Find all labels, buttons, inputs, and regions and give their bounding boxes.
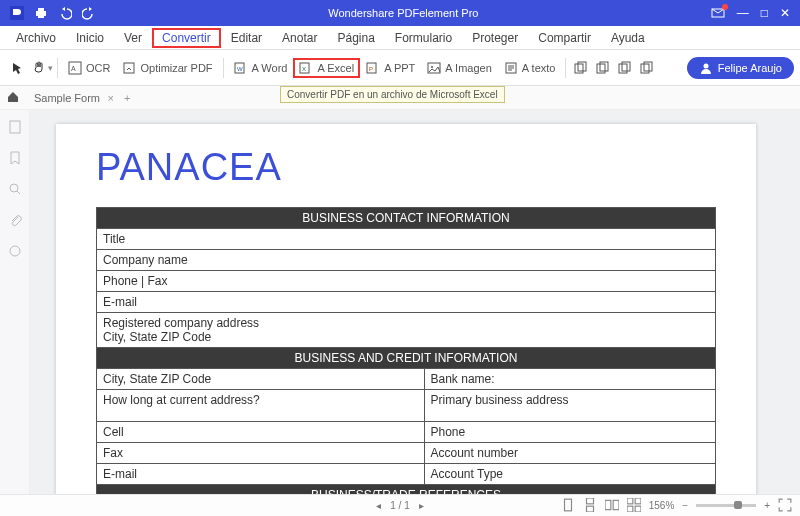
to-word-label: A Word (252, 62, 288, 74)
zoom-in-icon[interactable]: + (764, 500, 770, 511)
s2-r1r: Primary business address (424, 390, 715, 422)
s1-row-address: Registered company address City, State Z… (97, 313, 716, 348)
menu-ayuda[interactable]: Ayuda (601, 28, 655, 48)
user-pill[interactable]: Felipe Araujo (687, 57, 794, 79)
titlebar: Wondershare PDFelement Pro — □ ✕ (0, 0, 800, 26)
svg-rect-30 (586, 498, 593, 504)
document-tab[interactable]: Sample Form× (26, 90, 118, 106)
menu-proteger[interactable]: Proteger (462, 28, 528, 48)
hand-tool-icon[interactable] (28, 58, 50, 78)
undo-icon[interactable] (58, 6, 72, 20)
to-excel-button[interactable]: XA Excel (293, 58, 360, 78)
svg-rect-21 (619, 64, 627, 73)
chevron-down-icon[interactable]: ▾ (48, 63, 53, 73)
menu-formulario[interactable]: Formulario (385, 28, 462, 48)
window-controls: — □ ✕ (711, 6, 800, 20)
page-indicator: ◂ 1 / 1 ▸ (376, 500, 423, 511)
section2-header: BUSINESS AND CREDIT INFORMATION (97, 348, 716, 369)
to-ppt-button[interactable]: PA PPT (360, 58, 421, 78)
bookmarks-icon[interactable] (8, 151, 22, 168)
fullscreen-icon[interactable] (778, 498, 792, 514)
view-continuous-icon[interactable] (583, 498, 597, 514)
search-side-icon[interactable] (8, 182, 22, 199)
svg-rect-33 (613, 500, 619, 509)
attachments-icon[interactable] (8, 213, 22, 230)
zoom-slider[interactable] (696, 504, 756, 507)
titlebar-left-icons (0, 6, 96, 20)
home-icon[interactable] (6, 90, 20, 106)
view-facing-cont-icon[interactable] (627, 498, 641, 514)
page-next-icon[interactable]: ▸ (419, 500, 424, 511)
svg-rect-19 (597, 64, 605, 73)
comments-icon[interactable] (8, 244, 22, 261)
batch-1-icon[interactable] (570, 58, 592, 78)
zoom-out-icon[interactable]: − (682, 500, 688, 511)
s2-r1l: How long at current address? (97, 390, 425, 422)
minimize-button[interactable]: — (737, 6, 749, 20)
menu-archivo[interactable]: Archivo (6, 28, 66, 48)
print-icon[interactable] (34, 6, 48, 20)
mail-icon[interactable] (711, 6, 725, 20)
svg-point-25 (703, 63, 708, 68)
section3-header: BUSINESS/TRADE REFERENCES (97, 485, 716, 495)
s2-r2r: Phone (424, 422, 715, 443)
close-button[interactable]: ✕ (780, 6, 790, 20)
brand-heading: PANACEA (96, 146, 716, 189)
view-single-icon[interactable] (561, 498, 575, 514)
s1-row-phone: Phone | Fax (97, 271, 716, 292)
to-excel-label: A Excel (317, 62, 354, 74)
svg-rect-2 (38, 8, 44, 11)
svg-rect-35 (635, 498, 641, 504)
app-title: Wondershare PDFelement Pro (96, 7, 711, 19)
menu-convertir[interactable]: Convertir (152, 28, 221, 48)
menu-ver[interactable]: Ver (114, 28, 152, 48)
redo-icon[interactable] (82, 6, 96, 20)
menu-anotar[interactable]: Anotar (272, 28, 327, 48)
pointer-tool-icon[interactable] (6, 58, 28, 78)
tab-close-icon[interactable]: × (108, 92, 114, 104)
zoom-value: 156% (649, 500, 675, 511)
batch-4-icon[interactable] (636, 58, 658, 78)
maximize-button[interactable]: □ (761, 6, 768, 20)
batch-3-icon[interactable] (614, 58, 636, 78)
s2-r4l: E-mail (97, 464, 425, 485)
ocr-label: OCR (86, 62, 110, 74)
menu-compartir[interactable]: Compartir (528, 28, 601, 48)
s1-row-email: E-mail (97, 292, 716, 313)
form-table: BUSINESS CONTACT INFORMATION Title Compa… (96, 207, 716, 494)
to-word-button[interactable]: WA Word (228, 58, 294, 78)
batch-2-icon[interactable] (592, 58, 614, 78)
to-image-button[interactable]: A Imagen (421, 58, 497, 78)
page-prev-icon[interactable]: ◂ (376, 500, 381, 511)
s1-row-company: Company name (97, 250, 716, 271)
new-tab-button[interactable]: + (124, 92, 130, 104)
svg-text:P: P (369, 66, 373, 72)
to-text-button[interactable]: A texto (498, 58, 562, 78)
tab-label: Sample Form (34, 92, 100, 104)
svg-text:X: X (302, 66, 306, 72)
menubar: Archivo Inicio Ver Convertir Editar Anot… (0, 26, 800, 50)
svg-point-27 (10, 184, 18, 192)
menu-inicio[interactable]: Inicio (66, 28, 114, 48)
svg-rect-29 (564, 499, 571, 511)
canvas[interactable]: PANACEA BUSINESS CONTACT INFORMATION Tit… (30, 110, 800, 494)
svg-rect-32 (605, 500, 611, 509)
section1-header: BUSINESS CONTACT INFORMATION (97, 208, 716, 229)
document-page: PANACEA BUSINESS CONTACT INFORMATION Tit… (56, 124, 756, 494)
s2-r3r: Account number (424, 443, 715, 464)
ocr-button[interactable]: AOCR (62, 58, 116, 78)
view-facing-icon[interactable] (605, 498, 619, 514)
workspace: PANACEA BUSINESS CONTACT INFORMATION Tit… (0, 110, 800, 494)
menu-editar[interactable]: Editar (221, 28, 272, 48)
svg-rect-18 (578, 62, 586, 71)
svg-rect-3 (38, 15, 44, 18)
to-text-label: A texto (522, 62, 556, 74)
svg-rect-17 (575, 64, 583, 73)
app-logo-icon (10, 6, 24, 20)
s2-r4r: Account Type (424, 464, 715, 485)
menu-pagina[interactable]: Página (327, 28, 384, 48)
s2-r2l: Cell (97, 422, 425, 443)
optimize-pdf-button[interactable]: Optimizar PDF (116, 58, 218, 78)
svg-rect-36 (627, 506, 633, 512)
thumbnails-icon[interactable] (8, 120, 22, 137)
